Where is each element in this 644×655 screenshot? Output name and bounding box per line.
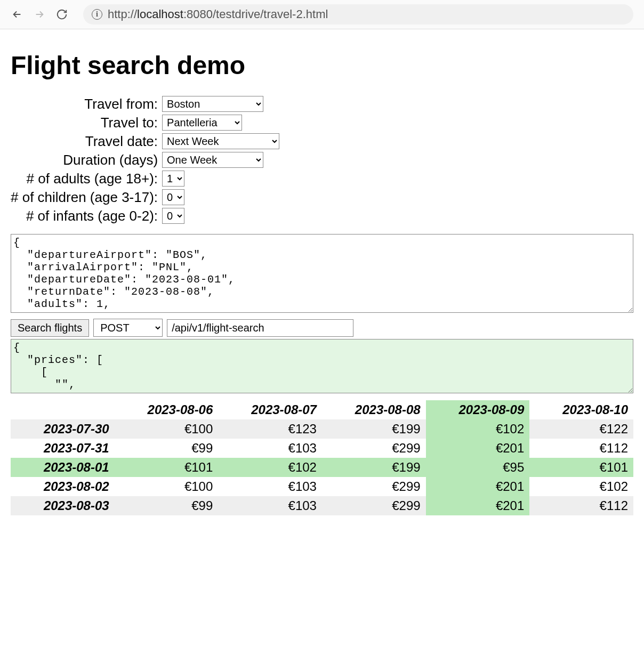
price-cell[interactable]: €99: [115, 439, 219, 458]
duration-select[interactable]: One Week: [162, 152, 263, 168]
price-cell[interactable]: €102: [426, 419, 530, 439]
price-table-body: 2023-07-30€100€123€199€102€1222023-07-31…: [11, 419, 633, 515]
children-label: # of children (age 3-17):: [11, 189, 162, 208]
price-cell[interactable]: €199: [322, 419, 426, 439]
price-cell[interactable]: €100: [115, 477, 219, 496]
price-table-row: 2023-07-31€99€103€299€201€112: [11, 439, 633, 458]
to-select[interactable]: Pantelleria: [162, 115, 242, 131]
price-table: 2023-08-062023-08-072023-08-082023-08-09…: [11, 400, 633, 515]
price-table-col-header: 2023-08-09: [426, 400, 530, 419]
search-form: Travel from: Boston Travel to: Panteller…: [11, 96, 279, 227]
price-cell[interactable]: €201: [426, 496, 530, 515]
request-body-textarea[interactable]: { "departureAirport": "BOS", "arrivalAir…: [11, 234, 633, 313]
children-select[interactable]: 0: [162, 189, 184, 205]
endpoint-input[interactable]: [167, 319, 353, 337]
price-cell[interactable]: €299: [322, 477, 426, 496]
price-table-row: 2023-08-03€99€103€299€201€112: [11, 496, 633, 515]
price-table-col-header: 2023-08-07: [218, 400, 322, 419]
price-cell[interactable]: €201: [426, 477, 530, 496]
duration-label: Duration (days): [11, 152, 162, 171]
date-select[interactable]: Next Week: [162, 133, 279, 149]
from-select[interactable]: Boston: [162, 96, 263, 112]
price-table-row-header: 2023-07-31: [11, 439, 115, 458]
price-table-row-header: 2023-08-03: [11, 496, 115, 515]
price-cell[interactable]: €100: [115, 419, 219, 439]
price-table-col-header: 2023-08-10: [529, 400, 633, 419]
url-text: http://localhost:8080/testdrive/travel-2…: [108, 7, 328, 21]
price-table-col-header: 2023-08-06: [115, 400, 219, 419]
page-title: Flight search demo: [11, 51, 633, 80]
price-table-corner: [11, 400, 115, 419]
price-table-header-row: 2023-08-062023-08-072023-08-082023-08-09…: [11, 400, 633, 419]
to-label: Travel to:: [11, 115, 162, 133]
price-table-row: 2023-07-30€100€123€199€102€122: [11, 419, 633, 439]
date-label: Travel date:: [11, 133, 162, 152]
price-cell[interactable]: €299: [322, 439, 426, 458]
price-table-row: 2023-08-01€101€102€199€95€101: [11, 458, 633, 477]
price-table-row-header: 2023-08-01: [11, 458, 115, 477]
price-cell[interactable]: €299: [322, 496, 426, 515]
price-table-row-header: 2023-08-02: [11, 477, 115, 496]
price-cell[interactable]: €103: [218, 439, 322, 458]
browser-toolbar: i http://localhost:8080/testdrive/travel…: [0, 0, 644, 29]
price-table-col-header: 2023-08-08: [322, 400, 426, 419]
price-cell[interactable]: €101: [115, 458, 219, 477]
response-body-textarea[interactable]: { "prices": [ [ "",: [11, 339, 633, 393]
price-table-row-header: 2023-07-30: [11, 419, 115, 439]
price-cell[interactable]: €101: [529, 458, 633, 477]
nav-back-icon[interactable]: [11, 8, 23, 21]
from-label: Travel from:: [11, 96, 162, 115]
adults-label: # of adults (age 18+):: [11, 171, 162, 189]
infants-label: # of infants (age 0-2):: [11, 208, 162, 227]
price-cell[interactable]: €102: [529, 477, 633, 496]
price-cell[interactable]: €99: [115, 496, 219, 515]
price-cell[interactable]: €95: [426, 458, 530, 477]
url-bar[interactable]: i http://localhost:8080/testdrive/travel…: [83, 4, 633, 25]
price-cell[interactable]: €112: [529, 496, 633, 515]
site-info-icon[interactable]: i: [92, 9, 102, 20]
price-cell[interactable]: €122: [529, 419, 633, 439]
action-row: Search flights POST: [11, 319, 633, 337]
nav-forward-icon: [33, 8, 46, 21]
price-cell[interactable]: €201: [426, 439, 530, 458]
price-cell[interactable]: €112: [529, 439, 633, 458]
price-cell[interactable]: €103: [218, 477, 322, 496]
adults-select[interactable]: 1: [162, 171, 184, 187]
price-cell[interactable]: €199: [322, 458, 426, 477]
price-cell[interactable]: €102: [218, 458, 322, 477]
price-table-row: 2023-08-02€100€103€299€201€102: [11, 477, 633, 496]
price-cell[interactable]: €103: [218, 496, 322, 515]
infants-select[interactable]: 0: [162, 208, 184, 224]
nav-reload-icon[interactable]: [55, 8, 68, 21]
price-cell[interactable]: €123: [218, 419, 322, 439]
search-button[interactable]: Search flights: [11, 319, 89, 337]
http-method-select[interactable]: POST: [93, 319, 163, 337]
